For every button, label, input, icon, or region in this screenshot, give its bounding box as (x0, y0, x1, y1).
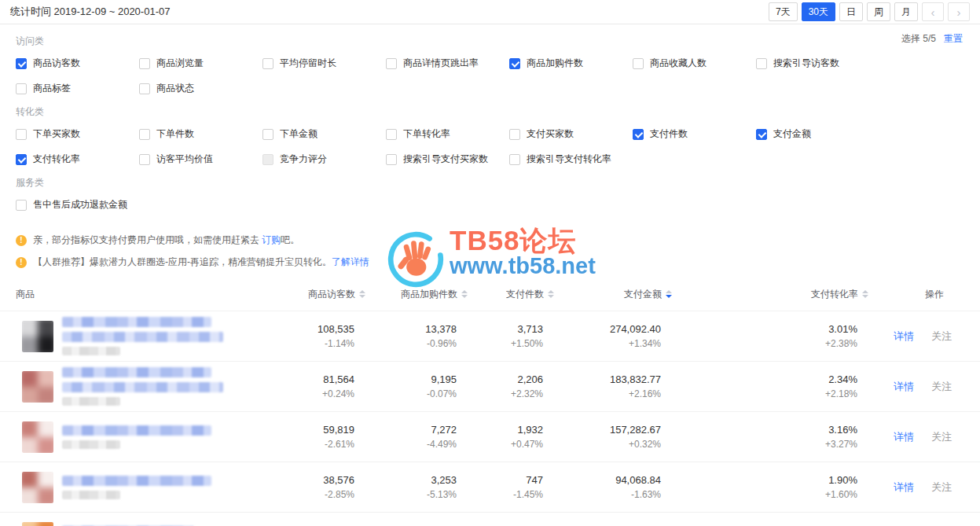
range-button[interactable]: 周 (867, 2, 890, 21)
metric-value: 3,713 (468, 323, 543, 335)
metric-checkbox[interactable]: 商品状态 (139, 82, 262, 95)
checkbox-label: 支付转化率 (33, 153, 80, 166)
notice-link[interactable]: 订购 (262, 234, 281, 245)
product-cell[interactable] (16, 522, 291, 526)
notice-link[interactable]: 了解详情 (332, 256, 369, 267)
product-title-blur (62, 317, 223, 355)
range-button[interactable]: 30天 (802, 2, 835, 21)
checkbox-box-icon[interactable] (386, 154, 397, 165)
sort-carets-icon[interactable] (359, 290, 365, 298)
metric-change: -0.96% (365, 338, 457, 349)
metric-checkbox[interactable]: 商品收藏人数 (633, 57, 756, 70)
sort-carets-icon[interactable] (862, 290, 868, 298)
metric-value: 183,832.77 (554, 373, 661, 385)
sort-carets-icon[interactable] (461, 290, 468, 298)
checkbox-grid: 售中售后成功退款金额 (16, 198, 964, 212)
product-cell[interactable] (16, 367, 291, 406)
product-cell[interactable] (16, 421, 291, 453)
detail-link[interactable]: 详情 (894, 329, 914, 344)
column-header[interactable]: 商品访客数 (291, 288, 365, 301)
column-header[interactable]: 商品加购件数 (365, 288, 468, 301)
range-button[interactable]: 7天 (769, 2, 798, 21)
column-header-label: 商品加购件数 (401, 288, 457, 301)
checkbox-box-icon[interactable] (16, 83, 27, 94)
checkbox-box-icon[interactable] (509, 154, 520, 165)
metric-checkbox[interactable]: 下单转化率 (386, 127, 509, 141)
checkbox-box-icon[interactable] (139, 58, 150, 69)
metric-value: 108,535 (291, 323, 354, 335)
metric-cell: 157,282.67+0.32% (554, 424, 672, 450)
column-header[interactable]: 支付转化率 (672, 288, 868, 301)
metric-checkbox[interactable]: 下单金额 (262, 127, 386, 141)
checkbox-box-icon[interactable] (262, 154, 273, 165)
metric-checkbox[interactable]: 下单买家数 (16, 127, 139, 141)
product-thumbnail (22, 321, 53, 352)
checkbox-box-icon[interactable] (262, 129, 273, 140)
metric-value: 274,092.40 (554, 323, 661, 335)
range-button[interactable]: 日 (839, 2, 863, 21)
checkbox-box-icon[interactable] (16, 200, 27, 211)
checkbox-box-icon[interactable] (262, 58, 273, 69)
follow-link[interactable]: 关注 (931, 380, 952, 394)
follow-link[interactable]: 关注 (931, 430, 952, 444)
column-header[interactable]: 支付金额 (554, 288, 672, 301)
checkbox-box-icon[interactable] (509, 58, 520, 69)
column-header[interactable]: 支付件数 (468, 288, 554, 301)
reset-link[interactable]: 重置 (944, 33, 963, 44)
metric-checkbox[interactable]: 支付买家数 (509, 127, 633, 141)
metric-cell: 2.34%+2.18% (672, 373, 868, 399)
detail-link[interactable]: 详情 (894, 480, 914, 495)
metric-checkbox[interactable]: 商品访客数 (16, 57, 139, 70)
metric-checkbox[interactable]: 支付转化率 (16, 153, 139, 166)
detail-link[interactable]: 详情 (894, 380, 914, 394)
metric-checkbox[interactable]: 搜索引导支付买家数 (386, 153, 509, 166)
checkbox-box-icon[interactable] (16, 154, 27, 165)
metric-checkbox[interactable]: 竞争力评分 (262, 153, 386, 166)
metric-checkbox[interactable]: 商品标签 (16, 82, 139, 95)
column-header-label: 支付转化率 (811, 288, 858, 301)
sort-carets-icon[interactable] (666, 290, 672, 298)
checkbox-box-icon[interactable] (633, 129, 644, 140)
metric-value: 81,564 (291, 373, 354, 385)
metric-checkbox[interactable]: 搜索引导支付转化率 (509, 153, 633, 166)
checkbox-box-icon[interactable] (16, 129, 27, 140)
metric-checkbox[interactable]: 商品详情页跳出率 (386, 57, 509, 70)
checkbox-box-icon[interactable] (16, 58, 27, 69)
metric-checkbox[interactable]: 访客平均价值 (139, 153, 262, 166)
product-cell[interactable] (16, 317, 291, 355)
checkbox-box-icon[interactable] (139, 83, 150, 94)
checkbox-box-icon[interactable] (756, 129, 767, 140)
metric-checkbox[interactable]: 下单件数 (139, 127, 262, 141)
checkbox-box-icon[interactable] (509, 129, 520, 140)
checkbox-box-icon[interactable] (633, 58, 644, 69)
checkbox-box-icon[interactable] (386, 129, 397, 140)
follow-link[interactable]: 关注 (931, 480, 952, 495)
follow-link[interactable]: 关注 (931, 329, 952, 344)
metric-checkbox[interactable]: 支付金额 (756, 127, 879, 141)
metric-change: -1.14% (291, 338, 354, 349)
checkbox-label: 支付金额 (773, 127, 811, 141)
next-arrow-button[interactable]: › (948, 2, 970, 21)
checkbox-box-icon[interactable] (756, 58, 767, 69)
product-cell[interactable] (16, 472, 291, 503)
sort-carets-icon[interactable] (548, 290, 554, 298)
checkbox-label: 下单件数 (156, 127, 194, 141)
checkbox-label: 商品浏览量 (156, 57, 204, 70)
metric-checkbox[interactable]: 商品浏览量 (139, 57, 262, 70)
product-thumbnail (22, 522, 53, 526)
column-header-label: 商品访客数 (308, 288, 355, 301)
prev-arrow-button[interactable]: ‹ (922, 2, 944, 21)
actions-cell: 详情关注 (868, 430, 964, 444)
range-button[interactable]: 月 (894, 2, 918, 21)
metric-change: +0.47% (468, 439, 543, 450)
checkbox-box-icon[interactable] (386, 58, 397, 69)
checkbox-box-icon[interactable] (139, 129, 150, 140)
metric-checkbox[interactable]: 平均停留时长 (262, 57, 386, 70)
metric-checkbox[interactable]: 支付件数 (633, 127, 756, 141)
checkbox-box-icon[interactable] (139, 154, 150, 165)
metric-checkbox[interactable]: 搜索引导访客数 (756, 57, 879, 70)
metric-checkbox[interactable]: 商品加购件数 (509, 57, 633, 70)
metric-checkbox[interactable]: 售中售后成功退款金额 (16, 198, 139, 212)
checkbox-label: 搜索引导支付买家数 (403, 153, 488, 166)
detail-link[interactable]: 详情 (894, 430, 914, 444)
